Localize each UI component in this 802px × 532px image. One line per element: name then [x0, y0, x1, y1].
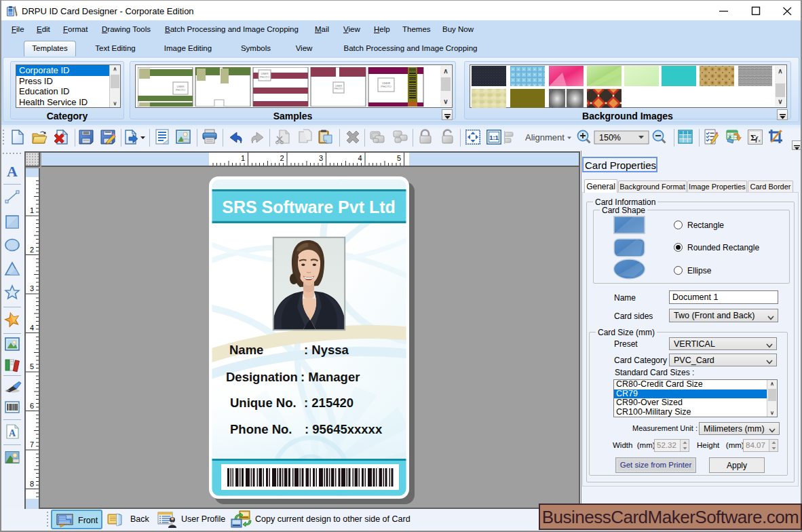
svg-text:3: 3 — [30, 284, 34, 292]
svg-text:: Manager: : Manager — [301, 370, 360, 384]
svg-text:1: 1 — [241, 154, 245, 162]
svg-text:PHOTO: PHOTO — [381, 85, 392, 88]
svg-text:A: A — [7, 163, 18, 180]
svg-text:3: 3 — [319, 154, 323, 162]
svg-text:: 95645xxxxx: : 95645xxxxx — [305, 422, 383, 436]
svg-text:8: 8 — [30, 480, 34, 488]
svg-text:5: 5 — [30, 362, 34, 370]
svg-text:: 215420: : 215420 — [304, 396, 354, 410]
svg-text:1:1: 1:1 — [489, 134, 499, 141]
svg-text:2: 2 — [30, 246, 34, 254]
svg-text:PHOTO: PHOTO — [260, 75, 269, 79]
svg-text:SRS Software Pvt Ltd: SRS Software Pvt Ltd — [222, 197, 396, 216]
svg-text:6: 6 — [30, 402, 34, 410]
svg-text:Phone No.: Phone No. — [230, 422, 292, 436]
svg-text:4: 4 — [358, 154, 362, 162]
svg-text:4: 4 — [30, 324, 34, 332]
svg-text:Unique No.: Unique No. — [230, 396, 297, 410]
svg-text:150%: 150% — [599, 133, 621, 142]
svg-text:PHOTO: PHOTO — [335, 88, 343, 90]
svg-text:x: x — [729, 134, 731, 139]
svg-text:1: 1 — [30, 206, 34, 214]
svg-text:Name: Name — [229, 343, 263, 357]
svg-text:: Nyssa: : Nyssa — [304, 343, 349, 357]
svg-text:A: A — [9, 428, 16, 438]
svg-text:Designation: Designation — [226, 370, 298, 384]
svg-text:Alignment: Alignment — [525, 132, 565, 142]
svg-text:5: 5 — [397, 154, 401, 162]
svg-text:7: 7 — [30, 440, 34, 449]
svg-text:2: 2 — [280, 154, 284, 162]
svg-text:PHOTO: PHOTO — [176, 88, 185, 92]
